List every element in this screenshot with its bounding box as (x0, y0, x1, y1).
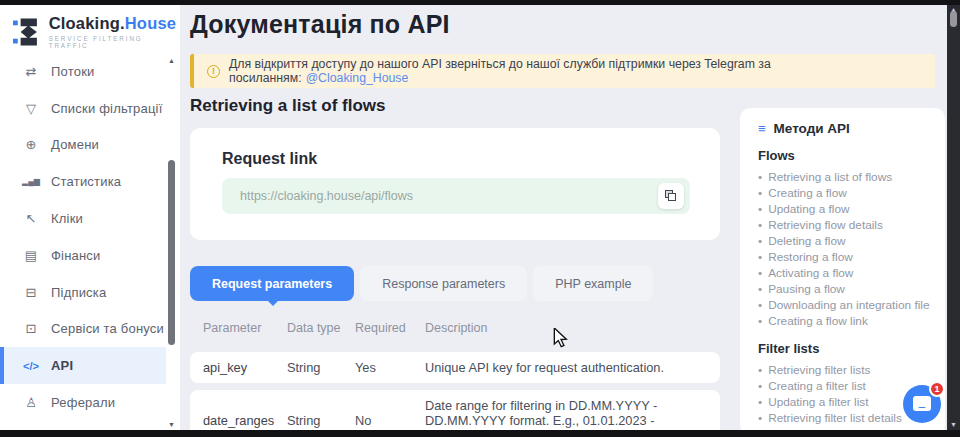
method-link[interactable]: •Activating a flow (758, 265, 931, 281)
bullet: • (758, 362, 762, 378)
main-content: Документація по API ! Для відкриття дост… (180, 5, 947, 430)
method-link-label: Retrieving filter list details (768, 410, 902, 426)
tab-php-example[interactable]: PHP example (533, 266, 653, 301)
info-icon: ! (207, 65, 220, 78)
bullet: • (758, 265, 762, 281)
method-link-label: Retrieving a list of flows (768, 169, 892, 185)
method-link-label: Pausing a flow (768, 281, 845, 297)
sidebar-item-api[interactable]: </>API (0, 347, 166, 384)
method-link-label: Creating a filter list (768, 378, 866, 394)
window-top-bar (0, 0, 960, 5)
method-link-label: Downloading an integration file (768, 297, 929, 313)
telegram-link[interactable]: @Cloaking_House (306, 71, 409, 85)
sidebar-item-кліки[interactable]: ↖Кліки (0, 200, 166, 237)
table-cell: date_ranges (203, 413, 287, 428)
sidebar-scroll-up-icon[interactable]: ▲ (168, 57, 175, 64)
method-link[interactable]: •Restoring a flow (758, 249, 931, 265)
banner-text: Для відкриття доступу до нашого API звер… (229, 57, 935, 85)
method-link[interactable]: •Creating a flow link (758, 313, 931, 329)
bullet: • (758, 169, 762, 185)
method-link-label: Retrieving filter lists (768, 362, 870, 378)
sidebar-item-домени[interactable]: ⊕Домени (0, 127, 166, 164)
bullet: • (758, 185, 762, 201)
method-link[interactable]: •Retrieving a list of flows (758, 169, 931, 185)
sidebar-item-реферали[interactable]: ♙Реферали (0, 384, 166, 421)
request-link-card: Request link https://cloaking.house/api/… (190, 128, 720, 240)
table-cell: api_key (203, 360, 287, 375)
sidebar-item-статистика[interactable]: ▂▄▆Статистика (0, 163, 166, 200)
bullet: • (758, 233, 762, 249)
methods-section-heading: Flows (758, 148, 931, 163)
method-link[interactable]: •Downloading an integration file (758, 297, 931, 313)
table-header: ParameterData typeRequiredDescription (190, 310, 720, 346)
method-link-label: Deleting a flow (768, 233, 845, 249)
window-scrollbar-thumb[interactable] (950, 11, 957, 27)
tab-response-parameters[interactable]: Response parameters (360, 266, 527, 301)
api-icon: </> (22, 360, 40, 372)
sidebar-item-label: Потоки (51, 64, 94, 79)
sidebar-item-label: Списки фільтрації (51, 101, 162, 116)
bullet: • (758, 378, 762, 394)
bullet: • (758, 201, 762, 217)
subscription-icon: ⊟ (22, 285, 40, 300)
scroll-down-icon[interactable]: ▼ (950, 420, 957, 430)
table-body: api_keyStringYesUnique API key for reque… (190, 352, 720, 437)
sidebar-item-label: Сервіси та бонуси (51, 321, 164, 336)
method-link[interactable]: •Retrieving filter lists (758, 362, 931, 378)
sidebar-item-label: API (51, 358, 73, 373)
table-cell: Unique API key for request authenticatio… (425, 360, 720, 375)
table-cell: String (287, 360, 355, 375)
methods-section-heading: Filter lists (758, 341, 931, 356)
sidebar-item-label: Статистика (51, 174, 121, 189)
method-link[interactable]: •Retrieving flow details (758, 217, 931, 233)
column-header: Parameter (203, 321, 287, 336)
chat-widget-button[interactable]: 1 (903, 385, 941, 423)
sidebar-item-підписка[interactable]: ⊟Підписка (0, 274, 166, 311)
method-link-label: Updating a filter list (768, 394, 868, 410)
method-link-label: Updating a flow (768, 201, 849, 217)
copy-button[interactable] (658, 183, 684, 209)
method-link[interactable]: •Updating a flow (758, 201, 931, 217)
table-cell: No (355, 413, 425, 428)
table-cell: Yes (355, 360, 425, 375)
sidebar-scrollbar-thumb[interactable] (168, 160, 175, 345)
bullet: • (758, 394, 762, 410)
sidebar-item-фінанси[interactable]: ▤Фінанси (0, 237, 166, 274)
window-scrollbar[interactable]: ▲ ▼ (947, 5, 960, 430)
bullet: • (758, 297, 762, 313)
method-link-label: Activating a flow (768, 265, 853, 281)
statistics-icon: ▂▄▆ (22, 177, 40, 186)
logo[interactable]: Cloaking.House SERVICE FILTERING TRAFFIC (13, 14, 180, 49)
flows-icon: ⇄ (22, 64, 40, 79)
referrals-icon: ♙ (22, 395, 40, 410)
services-icon: ⊡ (22, 321, 40, 336)
sidebar-item-потоки[interactable]: ⇄Потоки (0, 53, 166, 90)
method-link[interactable]: •Creating a filter list (758, 378, 931, 394)
sidebar-scroll-down-icon[interactable]: ▼ (168, 421, 175, 428)
method-link[interactable]: •Pausing a flow (758, 281, 931, 297)
section-heading: Retrieving a list of flows (190, 96, 386, 116)
table-row: api_keyStringYesUnique API key for reque… (190, 352, 720, 383)
method-link[interactable]: •Deleting a flow (758, 233, 931, 249)
logo-tagline: SERVICE FILTERING TRAFFIC (49, 35, 180, 49)
methods-panel-title: ≡ Методи API (758, 121, 931, 136)
sidebar-item-label: Реферали (51, 395, 115, 410)
finance-icon: ▤ (22, 248, 40, 263)
sidebar-item-label: Підписка (51, 285, 106, 300)
method-link-label: Restoring a flow (768, 249, 853, 265)
list-icon: ≡ (758, 121, 766, 136)
sidebar-item-сервіси-та-бонуси[interactable]: ⊡Сервіси та бонуси (0, 311, 166, 348)
method-link-label: Creating a flow link (768, 313, 868, 329)
method-link[interactable]: •Creating a flow (758, 185, 931, 201)
column-header: Data type (287, 321, 355, 336)
sidebar-menu: ⇄Потоки▽Списки фільтрації⊕Домени▂▄▆Стати… (0, 53, 166, 421)
bullet: • (758, 281, 762, 297)
clicks-icon: ↖ (22, 211, 40, 226)
bullet: • (758, 217, 762, 233)
sidebar-item-label: Фінанси (51, 248, 101, 263)
tab-request-parameters[interactable]: Request parameters (190, 266, 354, 301)
column-header: Required (355, 321, 425, 336)
filter-lists-icon: ▽ (22, 101, 40, 116)
sidebar-item-списки-фільтрації[interactable]: ▽Списки фільтрації (0, 90, 166, 127)
request-url-field[interactable]: https://cloaking.house/api/flows (222, 178, 690, 214)
